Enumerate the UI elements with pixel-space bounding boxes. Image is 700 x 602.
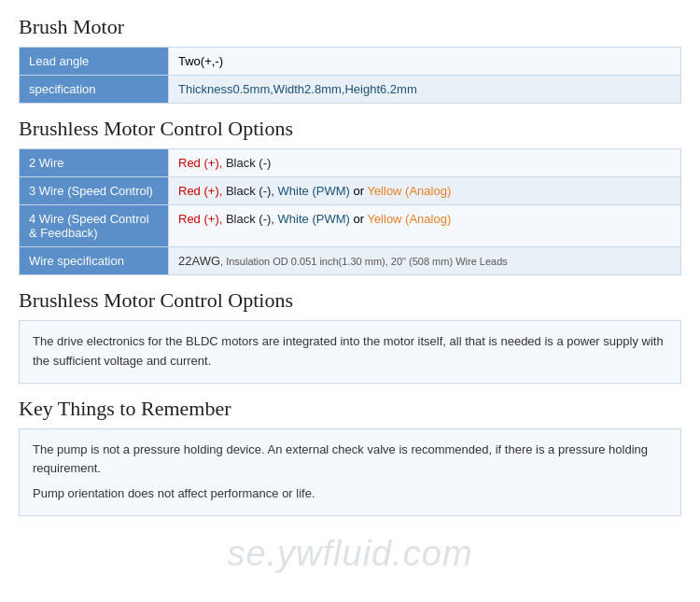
value-wire-spec: 22AWG, Insulation OD 0.051 inch(1.30 mm)… xyxy=(169,247,681,275)
brushless-control-title: Brushless Motor Control Options xyxy=(19,117,681,141)
red-text-2wire: Red (+), xyxy=(178,156,226,170)
watermark: se.ywfluid.com xyxy=(227,534,472,574)
red-text-4wire: Red (+), xyxy=(178,212,226,226)
page-wrapper: Brush Motor Lead angle Two(+,-) specific… xyxy=(0,0,700,602)
table-row: 4 Wire (Speed Control & Feedback) Red (+… xyxy=(20,205,681,247)
key-things-item-1: The pump is not a pressure holding devic… xyxy=(33,441,667,480)
blue-text-3wire: White (PWM) xyxy=(278,184,350,198)
label-3wire: 3 Wire (Speed Control) xyxy=(20,177,169,205)
red-text-3wire: Red (+), xyxy=(178,184,226,198)
black-text-3wire: Black (-), xyxy=(226,184,278,198)
value-3wire: Red (+), Black (-), White (PWM) or Yello… xyxy=(169,177,681,205)
value-2wire: Red (+), Black (-) xyxy=(169,149,681,177)
key-things-item-2: Pump orientation does not affect perform… xyxy=(33,484,667,504)
table-row: 3 Wire (Speed Control) Red (+), Black (-… xyxy=(20,177,681,205)
table-row: Lead angle Two(+,-) xyxy=(20,48,681,76)
value-4wire: Red (+), Black (-), White (PWM) or Yello… xyxy=(169,205,681,247)
orange-text-3wire: Yellow (Analog) xyxy=(367,184,451,198)
table-row: specification Thickness0.5mm,Width2.8mm,… xyxy=(20,76,681,104)
value-lead-angle: Two(+,-) xyxy=(169,48,681,76)
table-row: Wire specification 22AWG, Insulation OD … xyxy=(20,247,681,275)
orange-text-4wire: Yellow (Analog) xyxy=(367,212,451,226)
spec-text: Thickness0.5mm,Width2.8mm,Height6.2mm xyxy=(178,82,417,96)
label-specification: specification xyxy=(20,76,169,104)
key-things-box: The pump is not a pressure holding devic… xyxy=(19,428,681,516)
brush-motor-title: Brush Motor xyxy=(19,15,681,39)
label-lead-angle: Lead angle xyxy=(20,48,169,76)
value-specification: Thickness0.5mm,Width2.8mm,Height6.2mm xyxy=(169,76,681,104)
blue-text-4wire: White (PWM) xyxy=(278,212,350,226)
black-text-2wire: Black (-) xyxy=(226,156,271,170)
black-text-4wire: Black (-), xyxy=(226,212,278,226)
key-things-title: Key Things to Remember xyxy=(19,397,681,421)
table-row: 2 Wire Red (+), Black (-) xyxy=(20,149,681,177)
brushless-desc-title: Brushless Motor Control Options xyxy=(19,288,681,313)
label-wire-spec: Wire specification xyxy=(20,247,169,275)
label-4wire: 4 Wire (Speed Control & Feedback) xyxy=(20,205,169,247)
brushless-desc-text: The drive electronics for the BLDC motor… xyxy=(33,332,667,371)
brushless-description: The drive electronics for the BLDC motor… xyxy=(19,320,681,384)
brushless-control-table: 2 Wire Red (+), Black (-) 3 Wire (Speed … xyxy=(19,148,681,275)
brush-motor-table: Lead angle Two(+,-) specification Thickn… xyxy=(19,47,681,104)
label-2wire: 2 Wire xyxy=(20,149,169,177)
